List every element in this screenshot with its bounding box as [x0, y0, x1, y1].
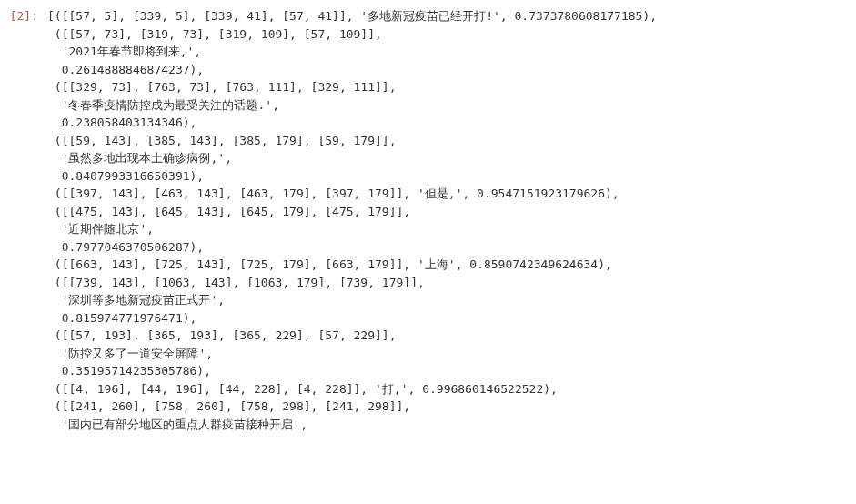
cell-prompt: [2]:	[0, 7, 47, 25]
output-cell: [2]: [([[57, 5], [339, 5], [339, 41], [5…	[0, 7, 856, 433]
cell-output: [([[57, 5], [339, 5], [339, 41], [57, 41…	[47, 7, 657, 433]
